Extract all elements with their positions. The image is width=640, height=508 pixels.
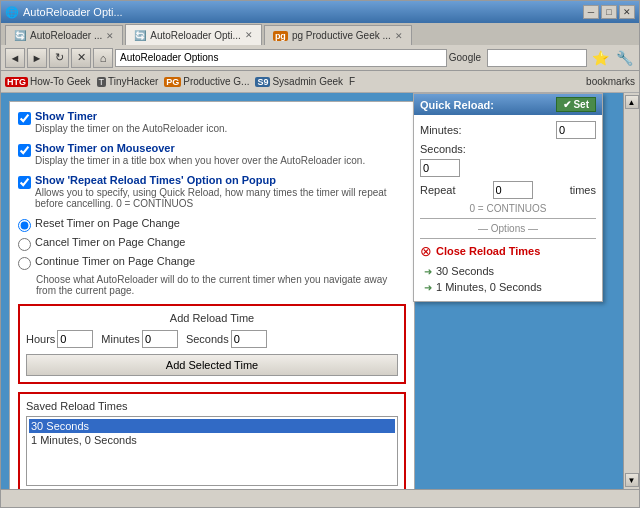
saved-time-item-2[interactable]: 1 Minutes, 0 Seconds: [29, 433, 395, 447]
tab-close-icon[interactable]: ✕: [106, 31, 114, 41]
add-reload-time-box: Add Reload Time Hours Minutes Seconds: [18, 304, 406, 384]
seconds-qr-input[interactable]: [420, 159, 460, 177]
saved-time-item-1[interactable]: 30 Seconds: [29, 419, 395, 433]
bookmark-f[interactable]: F: [349, 76, 355, 87]
tab-options[interactable]: 🔄 AutoReloader Opti... ✕: [125, 24, 262, 45]
reload-button[interactable]: ↻: [49, 48, 69, 68]
tab-productive-geek[interactable]: pg pg Productive Geek ... ✕: [264, 25, 412, 45]
title-bar-left: 🌐 AutoReloader Opti...: [5, 6, 123, 19]
hours-input[interactable]: [57, 330, 93, 348]
pg-badge: pg: [273, 31, 288, 41]
back-button[interactable]: ◄: [5, 48, 25, 68]
qr-time-item-1[interactable]: ➜ 30 Seconds: [420, 263, 596, 279]
main-area: Show Timer Display the timer on the Auto…: [1, 93, 639, 489]
toolbar-icon-2[interactable]: 🔧: [613, 47, 635, 69]
minimize-button[interactable]: ─: [583, 5, 599, 19]
radio-reset: Reset Timer on Page Change: [18, 217, 406, 232]
bookmarks-bar: HTG How-To Geek T TinyHacker PG Producti…: [1, 71, 639, 93]
reset-timer-radio[interactable]: [18, 219, 31, 232]
pg-badge-bookmark: PG: [164, 77, 181, 87]
minutes-qr-input[interactable]: [556, 121, 596, 139]
browser-logo: 🌐: [5, 6, 19, 19]
divider2: [420, 238, 596, 239]
repeat-qr-input[interactable]: [493, 181, 533, 199]
option-desc: Display the timer on the AutoReloader ic…: [35, 123, 406, 134]
toolbar-icon-1[interactable]: ⭐: [589, 47, 611, 69]
status-bar: [1, 489, 639, 507]
radio-label: Cancel Timer on Page Change: [35, 236, 185, 248]
bookmark-tinyhacker[interactable]: T TinyHacker: [97, 76, 159, 87]
right-scrollbar: ▲ ▼: [623, 93, 639, 489]
divider: [420, 218, 596, 219]
seconds-value-row: [420, 159, 596, 177]
tab-bar: 🔄 AutoReloader ... ✕ 🔄 AutoReloader Opti…: [1, 23, 639, 45]
stop-button[interactable]: ✕: [71, 48, 91, 68]
option-label: Show Timer: [35, 110, 406, 122]
close-button[interactable]: ✕: [619, 5, 635, 19]
title-bar: 🌐 AutoReloader Opti... ─ □ ✕: [1, 1, 639, 23]
radio-desc: Choose what AutoReloader will do to the …: [36, 274, 406, 296]
minutes-field-group: Minutes: [101, 330, 178, 348]
quick-reload-body: Minutes: Seconds: Repeat times 0 = CON: [414, 115, 602, 301]
quick-reload-panel: Quick Reload: ✔ Set Minutes: Seconds:: [413, 93, 603, 302]
option-repeat-reload: Show 'Repeat Reload Times' Option on Pop…: [18, 174, 406, 209]
maximize-button[interactable]: □: [601, 5, 617, 19]
bookmarks-label: bookmarks: [586, 76, 635, 87]
bookmark-htg[interactable]: HTG How-To Geek: [5, 76, 91, 87]
saved-reload-times-box: Saved Reload Times 30 Seconds 1 Minutes,…: [18, 392, 406, 489]
option-label: Show 'Repeat Reload Times' Option on Pop…: [35, 174, 406, 186]
radio-continue: Continue Timer on Page Change: [18, 255, 406, 270]
repeat-qr-label: Repeat: [420, 184, 455, 196]
option-desc: Display the timer in a title box when yo…: [35, 155, 406, 166]
minutes-label: Minutes: [101, 333, 140, 345]
seconds-input[interactable]: [231, 330, 267, 348]
forward-button[interactable]: ►: [27, 48, 47, 68]
f-badge: F: [349, 76, 355, 87]
option-label: Show Timer on Mouseover: [35, 142, 406, 154]
tab-close-icon[interactable]: ✕: [395, 31, 403, 41]
show-timer-checkbox[interactable]: [18, 112, 31, 125]
radio-label: Reset Timer on Page Change: [35, 217, 180, 229]
scroll-up-button[interactable]: ▲: [625, 95, 639, 109]
radio-group: Reset Timer on Page Change Cancel Timer …: [18, 217, 406, 296]
show-timer-mouseover-checkbox[interactable]: [18, 144, 31, 157]
times-label: times: [570, 184, 596, 196]
hours-label: Hours: [26, 333, 55, 345]
bookmark-productive-geek[interactable]: PG Productive G...: [164, 76, 249, 87]
minutes-input[interactable]: [142, 330, 178, 348]
content-panel: Show Timer Display the timer on the Auto…: [1, 93, 623, 489]
seconds-field-group: Seconds: [186, 330, 267, 348]
quick-reload-title: Quick Reload:: [420, 99, 494, 111]
continue-timer-radio[interactable]: [18, 257, 31, 270]
search-input[interactable]: [487, 49, 587, 67]
cancel-timer-radio[interactable]: [18, 238, 31, 251]
scroll-down-button[interactable]: ▼: [625, 473, 639, 487]
htg-badge: HTG: [5, 77, 28, 87]
options-divider-label: — Options —: [420, 223, 596, 234]
set-button[interactable]: ✔ Set: [556, 97, 596, 112]
s9-badge: S9: [255, 77, 270, 87]
quick-reload-header: Quick Reload: ✔ Set: [414, 94, 602, 115]
saved-box-title: Saved Reload Times: [26, 400, 398, 412]
continuos-label: 0 = CONTINUOS: [420, 203, 596, 214]
option-show-timer-mouseover: Show Timer on Mouseover Display the time…: [18, 142, 406, 166]
address-bar[interactable]: [115, 49, 447, 67]
toolbar-icons: ⭐ 🔧: [589, 47, 635, 69]
option-text: Show 'Repeat Reload Times' Option on Pop…: [35, 174, 406, 209]
repeat-reload-checkbox[interactable]: [18, 176, 31, 189]
close-reload-label: Close Reload Times: [436, 245, 540, 257]
green-arrow-icon: ➜: [424, 282, 432, 293]
minutes-row: Minutes:: [420, 121, 596, 139]
tab-icon: 🔄: [14, 30, 26, 41]
saved-times-list: 30 Seconds 1 Minutes, 0 Seconds: [26, 416, 398, 486]
bookmark-sysadmin[interactable]: S9 Sysadmin Geek: [255, 76, 343, 87]
add-selected-time-button[interactable]: Add Selected Time: [26, 354, 398, 376]
option-text: Show Timer Display the timer on the Auto…: [35, 110, 406, 134]
option-show-timer: Show Timer Display the timer on the Auto…: [18, 110, 406, 134]
close-reload-times-header: ⊗ Close Reload Times: [420, 243, 596, 259]
repeat-row: Repeat times: [420, 181, 596, 199]
tab-autoreloader[interactable]: 🔄 AutoReloader ... ✕: [5, 25, 123, 45]
qr-time-item-2[interactable]: ➜ 1 Minutes, 0 Seconds: [420, 279, 596, 295]
tab-close-icon[interactable]: ✕: [245, 30, 253, 40]
home-button[interactable]: ⌂: [93, 48, 113, 68]
